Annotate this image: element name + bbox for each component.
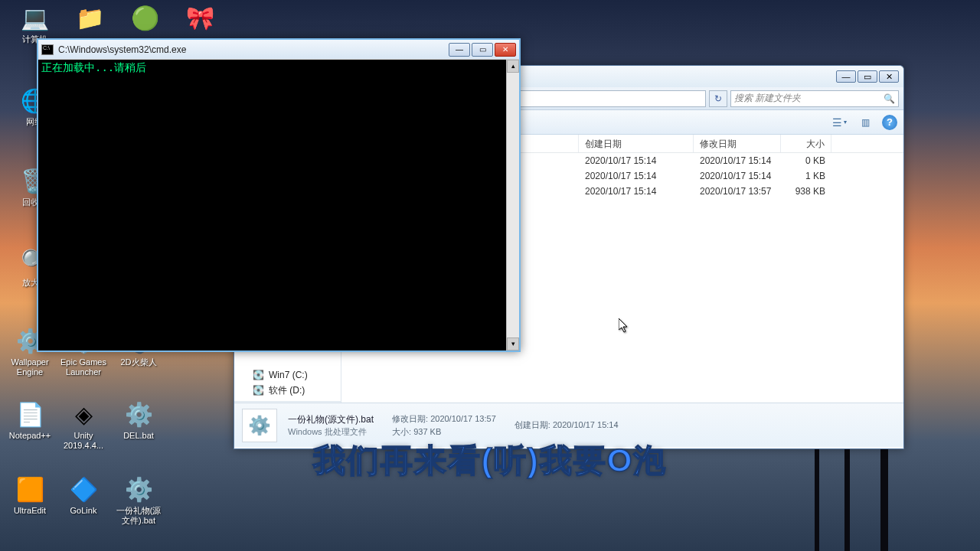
details-size-value: 937 KB bbox=[413, 427, 441, 436]
desktop-icon-notepadpp[interactable]: 📄Notepad++ bbox=[3, 398, 57, 442]
app-icon: 🔷 bbox=[67, 473, 100, 505]
cell-created: 2020/10/17 15:14 bbox=[579, 185, 694, 197]
app-icon: 📄 bbox=[14, 398, 46, 430]
app-icon: ⚙️ bbox=[122, 473, 155, 505]
tree-label: Win7 (C:) bbox=[269, 370, 308, 380]
app-icon: 💻 bbox=[18, 2, 51, 34]
icon-label: DEL.bat bbox=[122, 430, 155, 442]
app-icon: 🟢 bbox=[129, 2, 161, 34]
icon-label: 一份礼物(源文件).bat bbox=[112, 505, 165, 527]
file-type-icon: ⚙️ bbox=[242, 409, 277, 442]
col-header-modified[interactable]: 修改日期 bbox=[694, 135, 781, 152]
cmd-scrollbar[interactable]: ▴ ▾ bbox=[506, 60, 519, 350]
desktop-icon-folder[interactable]: 📁 bbox=[63, 2, 116, 34]
cell-size: 1 KB bbox=[781, 170, 831, 182]
cmd-close-button[interactable]: ✕ bbox=[495, 43, 516, 57]
cell-modified: 2020/10/17 15:14 bbox=[694, 155, 781, 167]
cell-size: 0 KB bbox=[781, 155, 831, 167]
app-icon: 📁 bbox=[74, 2, 106, 34]
help-button[interactable]: ? bbox=[882, 115, 897, 130]
explorer-close-button[interactable]: ✕ bbox=[879, 70, 899, 83]
cmd-icon bbox=[41, 44, 54, 55]
explorer-minimize-button[interactable]: — bbox=[836, 70, 856, 83]
view-options-button[interactable]: ☰ bbox=[830, 114, 848, 131]
cell-size: 938 KB bbox=[781, 185, 831, 197]
scroll-up-arrow[interactable]: ▴ bbox=[507, 60, 519, 73]
drive-icon: 💽 bbox=[253, 385, 264, 396]
icon-label: Unity 2019.4.4... bbox=[57, 430, 110, 452]
search-input[interactable]: 搜索 新建文件夹 🔍 bbox=[730, 90, 899, 107]
tree-label: 软件 (D:) bbox=[269, 384, 305, 397]
col-header-size[interactable]: 大小 bbox=[781, 135, 831, 152]
icon-label: UltraEdit bbox=[12, 505, 47, 517]
explorer-maximize-button[interactable]: ▭ bbox=[858, 70, 877, 83]
icon-label: 2D火柴人 bbox=[119, 357, 158, 368]
app-icon: ⚙️ bbox=[122, 398, 155, 430]
cell-modified: 2020/10/17 15:14 bbox=[694, 170, 781, 182]
cell-created: 2020/10/17 15:14 bbox=[579, 155, 694, 167]
scroll-down-arrow[interactable]: ▾ bbox=[507, 337, 519, 350]
desktop-icon-idm[interactable]: 🟢 bbox=[118, 2, 172, 34]
col-header-created[interactable]: 创建日期 bbox=[579, 135, 694, 152]
app-icon: 🟧 bbox=[14, 473, 46, 505]
refresh-button[interactable]: ↻ bbox=[709, 90, 727, 107]
search-placeholder: 搜索 新建文件夹 bbox=[734, 92, 801, 105]
desktop-icon-golink[interactable]: 🔷GoLink bbox=[57, 473, 110, 517]
preview-pane-button[interactable]: ▥ bbox=[856, 114, 874, 131]
icon-label: Notepad++ bbox=[8, 430, 52, 442]
desktop-icon-unity[interactable]: ◈Unity 2019.4.4... bbox=[57, 398, 110, 452]
details-filetype: Windows 批处理文件 bbox=[288, 426, 374, 438]
search-icon: 🔍 bbox=[884, 93, 895, 104]
cmd-titlebar[interactable]: C:\Windows\system32\cmd.exe — ▭ ✕ bbox=[38, 40, 519, 60]
tree-item-c-drive[interactable]: 💽 Win7 (C:) bbox=[234, 367, 341, 383]
tree-item-d-drive[interactable]: 💽 软件 (D:) bbox=[234, 383, 341, 398]
app-icon: 🎀 bbox=[184, 2, 216, 34]
cmd-content[interactable]: 正在加载中...请稍后 bbox=[38, 60, 506, 350]
desktop-icon-ultraedit[interactable]: 🟧UltraEdit bbox=[3, 473, 57, 517]
desktop-icon-delbat[interactable]: ⚙️DEL.bat bbox=[112, 398, 165, 442]
icon-label: GoLink bbox=[69, 505, 99, 517]
app-icon: ◈ bbox=[67, 398, 100, 430]
cell-modified: 2020/10/17 13:57 bbox=[694, 185, 781, 197]
icon-label: Epic Games Launcher bbox=[57, 357, 110, 378]
cell-created: 2020/10/17 15:14 bbox=[579, 170, 694, 182]
cmd-window: C:\Windows\system32\cmd.exe — ▭ ✕ 正在加载中.… bbox=[37, 38, 521, 352]
desktop-icon-pink[interactable]: 🎀 bbox=[173, 2, 227, 34]
details-mod-value: 2020/10/17 13:57 bbox=[430, 414, 496, 423]
drive-icon: 💽 bbox=[253, 370, 264, 380]
cmd-title-text: C:\Windows\system32\cmd.exe bbox=[58, 44, 449, 55]
details-pane: ⚙️ 一份礼物(源文件).bat Windows 批处理文件 修改日期: 202… bbox=[234, 403, 903, 447]
icon-label: Wallpaper Engine bbox=[3, 357, 57, 378]
cmd-minimize-button[interactable]: — bbox=[449, 43, 470, 57]
details-filename: 一份礼物(源文件).bat bbox=[288, 413, 374, 426]
desktop-icon-giftbat[interactable]: ⚙️一份礼物(源文件).bat bbox=[112, 473, 165, 527]
cmd-maximize-button[interactable]: ▭ bbox=[472, 43, 493, 57]
details-created-value: 2020/10/17 15:14 bbox=[553, 420, 619, 429]
